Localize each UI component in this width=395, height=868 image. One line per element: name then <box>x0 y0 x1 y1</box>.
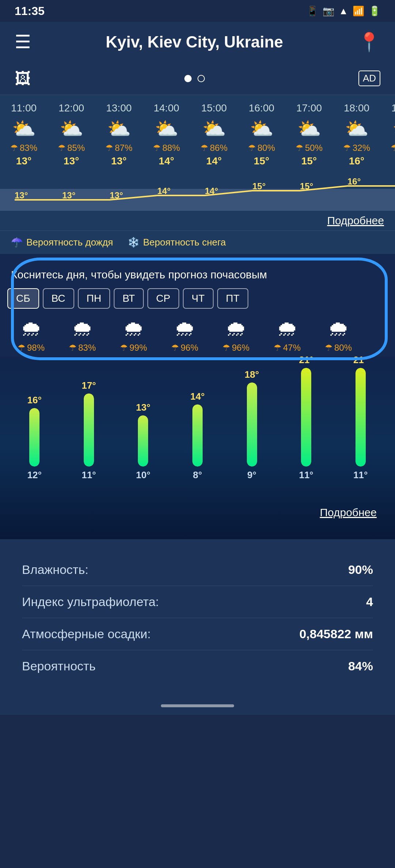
weather-details: Влажность: 90% Индекс ультрафиолета: 4 А… <box>0 539 395 697</box>
umbrella-small-icon: ☂ <box>105 143 113 153</box>
day-tab[interactable]: ПТ <box>217 288 248 309</box>
day-tab[interactable]: ВС <box>43 288 74 309</box>
precip-value: 86% <box>210 143 227 153</box>
menu-icon[interactable]: ☰ <box>15 31 31 53</box>
battery-icon: 🔋 <box>369 5 380 17</box>
status-time: 11:35 <box>15 4 45 18</box>
precip-row: ☂ 20% <box>391 143 395 153</box>
temp-min: 11° <box>299 469 313 481</box>
temp-max: 21° <box>353 354 368 366</box>
status-bar: 11:35 📱 📷 ▲ 📶 🔋 <box>0 0 395 22</box>
status-icons: 📱 📷 ▲ 📶 🔋 <box>306 5 380 17</box>
hourly-weather-icon: ⛅ <box>250 118 274 140</box>
daily-weather-icon: 🌧 <box>276 316 298 340</box>
daily-weather-icon: 🌧 <box>225 316 247 340</box>
daily-precip: ☂ 47% <box>274 343 301 353</box>
precip-value: 50% <box>305 143 323 153</box>
hour-label: 11:00 <box>11 102 37 114</box>
temp-bar-item: 13° 10° <box>136 402 150 481</box>
hourly-item[interactable]: 19:00 ⛅ ☂ 20% 16° <box>380 102 395 167</box>
temp-min: 9° <box>247 469 256 481</box>
temp-bar-inner <box>138 415 148 467</box>
precip-row: ☂ 86% <box>200 143 227 153</box>
location-pin-icon[interactable]: 📍 <box>358 31 380 53</box>
hourly-item[interactable]: 18:00 ⛅ ☂ 32% 16° <box>333 102 380 167</box>
daily-icon-item: 🌧 ☂ 47% <box>263 316 311 353</box>
daily-precip-value: 96% <box>232 343 249 353</box>
temp-bar-outer <box>356 368 366 467</box>
detail-value: 0,845822 мм <box>198 627 373 641</box>
hour-label: 14:00 <box>154 102 179 114</box>
hour-label: 19:00 <box>391 102 395 114</box>
svg-text:13°: 13° <box>62 190 75 200</box>
daily-weather-icon: 🌧 <box>123 316 144 340</box>
phone-icon: 📱 <box>306 5 318 17</box>
detail-row: Вероятность 84% <box>22 650 373 682</box>
svg-text:15°: 15° <box>252 181 266 191</box>
hourly-item[interactable]: 12:00 ⛅ ☂ 85% 13° <box>48 102 95 167</box>
detail-key: Вероятность <box>22 659 198 673</box>
daily-precip-value: 83% <box>78 343 96 353</box>
svg-text:14°: 14° <box>157 186 170 196</box>
image-icon[interactable]: 🖼 <box>15 69 31 88</box>
detail-link-2[interactable]: Подробнее <box>7 503 388 526</box>
day-tab[interactable]: ВТ <box>114 288 144 309</box>
daily-icon-item: 🌧 ☂ 98% <box>7 316 55 353</box>
detail-key: Влажность: <box>22 563 198 577</box>
day-tab[interactable]: ЧТ <box>183 288 214 309</box>
precip-row: ☂ 85% <box>58 143 85 153</box>
day-tabs: СБВСПНВТСРЧТПТ <box>0 285 395 312</box>
hour-label: 18:00 <box>344 102 369 114</box>
temp-min: 8° <box>193 469 202 481</box>
umbrella-daily-icon: ☂ <box>171 343 179 353</box>
hour-label: 15:00 <box>201 102 227 114</box>
svg-text:13°: 13° <box>110 190 123 200</box>
location-title: Kyiv, Kiev City, Ukraine <box>31 33 358 51</box>
precip-value: 87% <box>115 143 132 153</box>
day-tab[interactable]: СР <box>147 288 179 309</box>
hourly-item[interactable]: 11:00 ⛅ ☂ 83% 13° <box>0 102 48 167</box>
daily-precip: ☂ 83% <box>69 343 96 353</box>
umbrella-small-icon: ☂ <box>153 143 161 153</box>
dot-1 <box>184 75 192 82</box>
hourly-item[interactable]: 15:00 ⛅ ☂ 86% 14° <box>190 102 238 167</box>
detail-value: 84% <box>198 659 373 673</box>
daily-precip-value: 80% <box>334 343 352 353</box>
day-tab[interactable]: ПН <box>78 288 110 309</box>
precip-value: 32% <box>353 143 370 153</box>
temp-bar-inner <box>29 408 40 467</box>
daily-icon-item: 🌧 ☂ 80% <box>315 316 362 353</box>
precip-row: ☂ 87% <box>105 143 132 153</box>
umbrella-daily-icon: ☂ <box>69 343 77 353</box>
hourly-item[interactable]: 17:00 ⛅ ☂ 50% 15° <box>285 102 333 167</box>
hourly-item[interactable]: 13:00 ⛅ ☂ 87% 13° <box>95 102 143 167</box>
daily-icon-item: 🌧 ☂ 99% <box>110 316 157 353</box>
svg-text:14°: 14° <box>205 186 218 196</box>
hour-label: 17:00 <box>296 102 322 114</box>
detail-link-1[interactable]: Подробнее <box>0 211 395 231</box>
hourly-item[interactable]: 16:00 ⛅ ☂ 80% 15° <box>238 102 285 167</box>
umbrella-icon: ☂️ <box>11 237 23 248</box>
hourly-item[interactable]: 14:00 ⛅ ☂ 88% 14° <box>143 102 190 167</box>
temp-min: 11° <box>353 469 368 481</box>
hourly-weather-icon: ⛅ <box>297 118 321 140</box>
precip-value: 88% <box>162 143 180 153</box>
hourly-scroll[interactable]: 11:00 ⛅ ☂ 83% 13° 12:00 ⛅ ☂ 85% 13° 13:0… <box>0 95 395 171</box>
detail-key: Индекс ультрафиолета: <box>22 595 198 609</box>
daily-weather-icon: 🌧 <box>72 316 93 340</box>
umbrella-daily-icon: ☂ <box>325 343 333 353</box>
day-tab[interactable]: СБ <box>7 288 39 309</box>
ad-button[interactable]: AD <box>358 71 380 86</box>
daily-icon-item: 🌧 ☂ 96% <box>212 316 260 353</box>
home-bar <box>161 704 234 707</box>
hourly-weather-icon: ⛅ <box>60 118 83 140</box>
hourly-weather-icon: ⛅ <box>202 118 226 140</box>
ad-bar: 🖼 AD <box>0 62 395 95</box>
temp-bar-inner <box>84 393 94 467</box>
temp-max: 17° <box>82 380 96 391</box>
precip-value: 83% <box>20 143 37 153</box>
umbrella-small-icon: ☂ <box>391 143 395 153</box>
sim-icon: 📷 <box>323 5 334 17</box>
umbrella-daily-icon: ☂ <box>18 343 26 353</box>
temp-bar-outer <box>29 408 40 467</box>
